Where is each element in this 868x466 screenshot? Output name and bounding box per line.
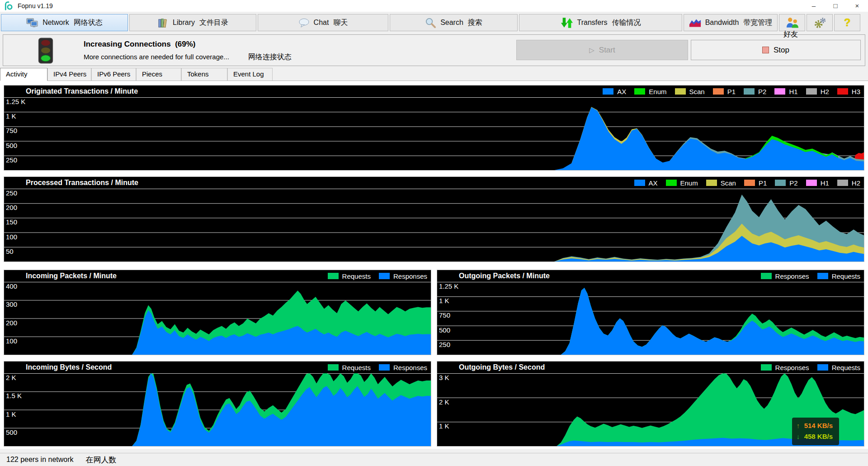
chat-icon xyxy=(298,18,310,28)
legend-swatch-h1 xyxy=(806,180,817,186)
chart-legend: ResponsesRequests xyxy=(753,364,860,371)
legend-item-requests: Requests xyxy=(328,272,371,280)
chart-legend: RequestsResponses xyxy=(320,364,427,371)
legend-item-p1: P1 xyxy=(713,88,736,95)
legend-label: Responses xyxy=(775,272,809,280)
toolbar-button-network[interactable]: Network 网络状态 xyxy=(1,14,128,31)
y-tick-label: 500 xyxy=(6,429,17,436)
legend-label: Requests xyxy=(342,272,371,280)
legend-swatch-responses xyxy=(379,364,390,371)
fopnu-window: Fopnu v1.19 – □ × Network 网络状态 xyxy=(0,0,868,466)
y-tick-label: 150 xyxy=(6,219,17,225)
maximize-button[interactable]: □ xyxy=(825,0,846,12)
connection-status-subtitle-zh: 网络连接状态 xyxy=(248,52,292,62)
legend-swatch-requests xyxy=(817,273,828,279)
view-tabstrip: Activity IPv4 Peers IPv6 Peers Pieces To… xyxy=(0,66,868,81)
y-tick-label: 400 xyxy=(6,283,17,290)
legend-label: P1 xyxy=(759,179,767,187)
legend-label: Scan xyxy=(689,88,705,95)
tab-ipv6-peers[interactable]: IPv6 Peers xyxy=(91,68,136,81)
y-tick-label: 2 K xyxy=(439,399,449,405)
toolbar-label-network: Network xyxy=(42,19,69,27)
chart-panel-outgoing-packets: Outgoing Packets / MinuteResponsesReques… xyxy=(437,270,864,355)
start-button[interactable]: ▷ Start xyxy=(516,40,688,60)
bandwidth-icon xyxy=(689,18,701,28)
chart-canvas xyxy=(4,189,864,262)
tab-activity[interactable]: Activity xyxy=(0,68,47,81)
traffic-light-icon xyxy=(38,38,54,66)
y-tick-label: 750 xyxy=(6,127,17,134)
tab-tokens[interactable]: Tokens xyxy=(181,68,227,81)
legend-item-scan: Scan xyxy=(706,179,736,187)
tab-pieces[interactable]: Pieces xyxy=(136,68,181,81)
chart-title: Incoming Bytes / Second xyxy=(26,363,112,371)
legend-item-h1: H1 xyxy=(774,88,797,95)
y-tick-label: 200 xyxy=(6,319,17,326)
chart-panel-processed-transactions: Processed Transactions / MinuteAXEnumSca… xyxy=(4,176,864,262)
legend-label: H2 xyxy=(821,88,829,95)
start-button-label: Start xyxy=(599,46,615,55)
chart-panel-outgoing-bytes: Outgoing Bytes / SecondResponsesRequests… xyxy=(437,361,864,447)
toolbar-button-friends[interactable] xyxy=(779,14,805,31)
legend-item-p1: P1 xyxy=(744,179,767,187)
transfer-rate-overlay: ↑514 KB/s↓458 KB/s xyxy=(792,418,839,445)
minimize-button[interactable]: – xyxy=(803,0,825,12)
legend-item-scan: Scan xyxy=(675,88,705,95)
tab-event-log[interactable]: Event Log xyxy=(227,68,273,81)
legend-label: Responses xyxy=(393,364,427,371)
legend-label: Requests xyxy=(342,364,371,371)
legend-label: Responses xyxy=(775,364,809,371)
chart-legend: RequestsResponses xyxy=(320,272,427,280)
chart-area-requests xyxy=(561,288,864,355)
peers-count-zh: 在网人数 xyxy=(86,455,117,465)
toolbar-label-transfers: Transfers xyxy=(577,19,608,27)
tab-ipv4-peers[interactable]: IPv4 Peers xyxy=(47,68,91,81)
stop-button[interactable]: Stop xyxy=(691,40,861,60)
legend-item-responses: Responses xyxy=(379,364,427,371)
y-tick-label: 100 xyxy=(6,233,17,240)
activity-charts: Originated Transactions / MinuteAXEnumSc… xyxy=(0,81,868,449)
chart-title: Processed Transactions / Minute xyxy=(26,179,138,187)
legend-swatch-p1 xyxy=(744,180,755,186)
legend-swatch-h2 xyxy=(837,180,848,186)
legend-swatch-h1 xyxy=(774,88,785,95)
legend-swatch-p2 xyxy=(775,180,786,186)
chart-legend: ResponsesRequests xyxy=(753,272,860,280)
y-tick-label: 200 xyxy=(6,204,17,211)
y-tick-label: 1.5 K xyxy=(6,392,22,399)
legend-item-h2: H2 xyxy=(837,179,860,187)
toolbar-button-chat[interactable]: Chat 聊天 xyxy=(258,14,388,31)
transfers-icon xyxy=(561,17,573,29)
legend-label: Enum xyxy=(680,179,698,187)
download-arrow-icon: ↓ xyxy=(797,431,804,442)
legend-label: AX xyxy=(649,179,658,187)
legend-swatch-h3 xyxy=(837,88,848,95)
upload-arrow-icon: ↑ xyxy=(797,420,804,431)
main-toolbar: Network 网络状态 Library 文件目录 Chat xyxy=(0,12,868,33)
toolbar-button-bandwidth[interactable]: Bandwidth 带宽管理 xyxy=(684,14,778,31)
toolbar-button-help[interactable]: ? xyxy=(834,14,860,31)
toolbar-button-search[interactable]: Search 搜索 xyxy=(390,14,518,31)
legend-item-responses: Responses xyxy=(761,364,809,371)
search-icon xyxy=(425,17,436,29)
connection-status-text: Increasing Connections (69%) More connec… xyxy=(84,40,292,62)
toolbar-label-library-zh: 文件目录 xyxy=(199,18,228,28)
toolbar-label-search-zh: 搜索 xyxy=(468,18,482,28)
toolbar-button-transfers[interactable]: Transfers 传输情况 xyxy=(519,14,682,31)
legend-swatch-enum xyxy=(634,88,645,95)
y-tick-label: 100 xyxy=(6,338,17,344)
y-tick-label: 50 xyxy=(6,248,14,255)
legend-swatch-scan xyxy=(706,180,717,186)
legend-item-requests: Requests xyxy=(817,364,860,371)
y-tick-label: 1.25 K xyxy=(439,283,458,290)
toolbar-button-settings[interactable] xyxy=(807,14,833,31)
toolbar-button-library[interactable]: Library 文件目录 xyxy=(129,14,256,31)
legend-item-ax: AX xyxy=(603,88,626,95)
gear-icon xyxy=(814,17,826,29)
window-controls: – □ × xyxy=(803,0,868,12)
close-button[interactable]: × xyxy=(846,0,868,12)
legend-item-enum: Enum xyxy=(666,179,698,187)
legend-swatch-ax xyxy=(603,88,613,95)
library-icon xyxy=(157,18,169,28)
toolbar-label-bandwidth: Bandwidth xyxy=(705,19,739,27)
